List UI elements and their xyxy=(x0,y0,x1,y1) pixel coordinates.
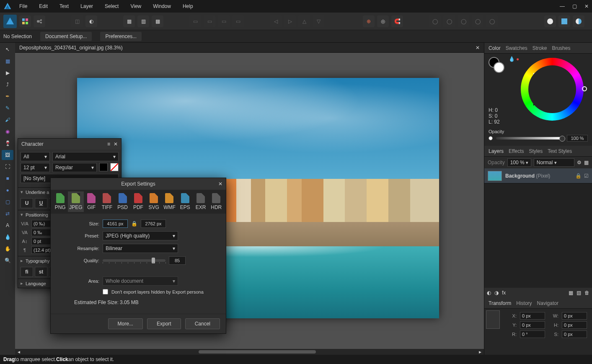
export-close-icon[interactable]: ✕ xyxy=(218,181,222,187)
tab-swatches[interactable]: Swatches xyxy=(506,45,527,51)
view-mode-1[interactable] xyxy=(544,15,556,27)
panel-menu-icon[interactable]: ≡ xyxy=(107,141,110,147)
tab-styles[interactable]: Styles xyxy=(529,148,543,154)
layer-opacity[interactable]: 100 % ▾ xyxy=(507,158,531,167)
tool-flip-1[interactable]: ◁ xyxy=(270,15,282,27)
tool-flip-3[interactable]: △ xyxy=(298,15,310,27)
tab-effects[interactable]: Effects xyxy=(509,148,524,154)
format-png[interactable]: PNG xyxy=(52,191,68,212)
preferences-button[interactable]: Preferences... xyxy=(100,32,142,41)
pencil-tool[interactable]: ✎ xyxy=(2,103,13,113)
wheel-marker[interactable] xyxy=(582,86,587,91)
shape-tool[interactable]: ■ xyxy=(2,173,13,183)
lock-icon[interactable]: 🔒 xyxy=(575,173,582,179)
tab-history[interactable]: History xyxy=(516,300,532,306)
lock-aspect-icon[interactable]: 🔒 xyxy=(131,221,137,227)
ellipse-tool[interactable]: ● xyxy=(2,185,13,195)
tool-grid-1[interactable]: ▦ xyxy=(123,15,135,27)
export-cancel-button[interactable]: Cancel xyxy=(185,318,220,329)
format-hdr[interactable]: HDR xyxy=(209,191,224,212)
tab-stroke[interactable]: Stroke xyxy=(533,45,547,51)
tool-bool-5[interactable]: ◯ xyxy=(486,15,498,27)
menu-layer[interactable]: Layer xyxy=(80,3,93,9)
export-button[interactable]: Export xyxy=(147,318,181,329)
export-height[interactable] xyxy=(141,219,166,228)
format-jpeg[interactable]: JPEG xyxy=(68,191,83,212)
tab-transform[interactable]: Transform xyxy=(489,300,511,306)
tab-navigator[interactable]: Navigator xyxy=(537,300,558,306)
tab-brushes[interactable]: Brushes xyxy=(552,45,570,51)
view-mode-3[interactable] xyxy=(573,15,584,27)
tool-grid-2[interactable]: ▥ xyxy=(137,15,149,27)
tool-flip-4[interactable]: ▽ xyxy=(313,15,324,27)
font-family[interactable]: Arial▾ xyxy=(52,152,119,161)
transparency-tool[interactable]: 🍷 xyxy=(2,138,13,148)
delete-layer-icon[interactable]: 🗑 xyxy=(584,290,589,296)
anchor-selector[interactable] xyxy=(486,310,500,329)
close-icon[interactable]: ✕ xyxy=(584,3,589,9)
swap-tool[interactable]: ⇄ xyxy=(2,209,13,219)
format-gif[interactable]: GIF xyxy=(84,191,99,212)
hand-tool[interactable]: ✋ xyxy=(2,244,13,254)
rounded-tool[interactable]: ▢ xyxy=(2,197,13,207)
tab-text-styles[interactable]: Text Styles xyxy=(548,148,572,154)
layer-row[interactable]: Background (Pixel) 🔒☑ xyxy=(484,168,592,183)
move-tool[interactable]: ↖ xyxy=(2,44,13,54)
export-width[interactable] xyxy=(103,219,128,228)
artboard-tool[interactable]: ▦ xyxy=(2,56,13,66)
eyedropper-icon[interactable]: 💧 xyxy=(509,56,515,62)
place-image-tool[interactable]: 🖼 xyxy=(2,150,13,160)
format-psd[interactable]: PSD xyxy=(115,191,130,212)
transform-y[interactable] xyxy=(520,321,545,329)
tool-order-3[interactable]: ▭ xyxy=(218,15,230,27)
eyedropper-tool[interactable]: 💧 xyxy=(2,232,13,242)
transform-s[interactable] xyxy=(562,330,587,338)
format-svg[interactable]: SVG xyxy=(146,191,162,212)
tool-order-1[interactable]: ▭ xyxy=(189,15,201,27)
format-tiff[interactable]: TIFF xyxy=(99,191,115,212)
adjust-icon[interactable]: ◑ xyxy=(494,290,499,296)
format-pdf[interactable]: PDF xyxy=(130,191,146,212)
document-tab[interactable]: Depositphotos_20437641_original.jpg (38.… xyxy=(15,43,484,53)
underline-none-button[interactable]: U xyxy=(21,198,33,208)
tool-flip-2[interactable]: ▷ xyxy=(284,15,296,27)
text-tool[interactable]: A xyxy=(2,220,13,230)
gear-icon[interactable]: ⚙ xyxy=(577,160,582,165)
document-tab-close-icon[interactable]: ✕ xyxy=(476,45,480,51)
underline-single-button[interactable]: U xyxy=(35,198,47,208)
quality-value[interactable] xyxy=(169,256,186,265)
transform-w[interactable] xyxy=(562,312,587,320)
font-weight[interactable]: Regular▾ xyxy=(52,163,97,172)
text-fill-swatch[interactable] xyxy=(99,163,108,171)
tool-order-2[interactable]: ▭ xyxy=(204,15,215,27)
add-layer-icon[interactable]: ▦ xyxy=(569,290,573,296)
export-preset[interactable]: JPEG (High quality)▾ xyxy=(103,231,178,240)
persona-export[interactable] xyxy=(34,15,45,27)
corner-tool[interactable]: ⤴ xyxy=(2,80,13,90)
fill-tool[interactable]: ◉ xyxy=(2,126,13,137)
font-size[interactable]: 12 pt▾ xyxy=(21,163,50,172)
panel-close-icon[interactable]: ✕ xyxy=(114,141,118,147)
brush-tool[interactable]: 🖌 xyxy=(2,115,13,125)
tool-bool-3[interactable]: ◯ xyxy=(458,15,469,27)
add-pixel-icon[interactable]: ▧ xyxy=(576,290,581,296)
format-eps[interactable]: EPS xyxy=(177,191,193,212)
menu-window[interactable]: Window xyxy=(153,3,171,9)
opacity-value[interactable]: 100 % xyxy=(567,135,588,142)
tool-align-2[interactable]: ◐ xyxy=(85,15,97,27)
transform-h[interactable] xyxy=(562,321,587,329)
mask-icon[interactable]: ◐ xyxy=(487,290,491,296)
menu-text[interactable]: Text xyxy=(59,3,69,9)
color-dot-icon[interactable]: ● xyxy=(516,56,519,62)
tab-layers[interactable]: Layers xyxy=(489,148,504,154)
fx-icon[interactable]: fx xyxy=(502,290,506,296)
tool-grid-3[interactable]: ▩ xyxy=(152,15,163,27)
menu-file[interactable]: File xyxy=(19,3,27,9)
tool-bool-2[interactable]: ◯ xyxy=(443,15,455,27)
typo-1[interactable]: fi xyxy=(21,267,33,277)
menu-select[interactable]: Select xyxy=(105,3,119,9)
persona-pixel[interactable] xyxy=(19,15,31,27)
zoom-tool[interactable]: 🔍 xyxy=(2,256,13,266)
hide-layers-checkbox[interactable] xyxy=(103,289,108,294)
quality-slider[interactable] xyxy=(103,259,165,262)
